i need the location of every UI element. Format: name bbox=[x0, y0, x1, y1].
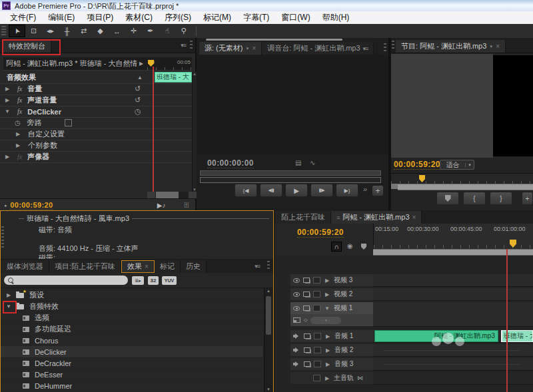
dropdown-icon[interactable]: ▼ bbox=[245, 47, 249, 51]
button-editor-button[interactable]: + bbox=[372, 185, 384, 196]
tool-pen[interactable]: ✒ bbox=[142, 25, 159, 37]
fit-dropdown[interactable]: 适合 ▼ bbox=[440, 160, 474, 170]
menu-marker[interactable]: 标记(M) bbox=[197, 12, 237, 23]
program-scrollbar-thumb[interactable] bbox=[398, 184, 533, 190]
video1-lane[interactable] bbox=[373, 302, 533, 327]
expander-icon[interactable]: ▶ bbox=[324, 347, 331, 353]
track-toggle-box[interactable] bbox=[313, 305, 320, 311]
program-timecode[interactable]: 00:00:59:20 bbox=[394, 160, 440, 169]
menu-edit[interactable]: 编辑(E) bbox=[42, 12, 81, 23]
tab-media-browser[interactable]: 媒体浏览器 bbox=[1, 260, 49, 273]
expander-icon[interactable]: ▶ bbox=[4, 97, 11, 103]
track-header-audio3[interactable]: ▶ 音频 3 bbox=[290, 358, 373, 370]
track-header-video3[interactable]: ▶ 视频 3 bbox=[290, 274, 373, 286]
menu-title[interactable]: 字幕(T) bbox=[237, 12, 275, 23]
tree-item-presets[interactable]: ▶ ★ 预设 bbox=[0, 290, 263, 301]
ec-row-declicker[interactable]: ▼ fx DeClicker ◷ bbox=[0, 106, 192, 118]
menu-file[interactable]: 文件(F) bbox=[4, 12, 42, 23]
menu-sequence[interactable]: 序列(S) bbox=[159, 12, 197, 23]
show-keyframes-icon[interactable]: ⋈ bbox=[357, 375, 363, 381]
bypass-checkbox[interactable] bbox=[65, 119, 72, 126]
panel-grip[interactable] bbox=[267, 261, 270, 270]
menu-clip[interactable]: 素材(C) bbox=[119, 12, 159, 23]
video2-lane[interactable] bbox=[373, 288, 533, 301]
track-toggle-box[interactable] bbox=[314, 333, 321, 339]
ec-row-panner[interactable]: ▶ fx 声像器 bbox=[0, 151, 192, 163]
search-input[interactable] bbox=[13, 276, 128, 285]
tool-hand[interactable]: ☝ bbox=[159, 25, 175, 37]
tool-rate-stretch[interactable]: ⇄ bbox=[75, 25, 92, 37]
ec-hscrollbar[interactable] bbox=[147, 192, 197, 198]
dropdown-icon[interactable]: ▼ bbox=[489, 45, 493, 49]
program-mini-ruler[interactable] bbox=[391, 173, 533, 184]
toggle-track-output-icon[interactable] bbox=[293, 306, 300, 311]
track-toggle-box[interactable] bbox=[314, 347, 321, 353]
tab-effect-controls[interactable]: 特效控制台 bbox=[3, 40, 51, 53]
expander-icon[interactable]: ▶ bbox=[324, 375, 330, 381]
ec-row-individual-params[interactable]: ▶ 个别参数 bbox=[0, 140, 192, 152]
toolbar-grip[interactable] bbox=[1, 26, 6, 36]
tree-item-multitap-delay[interactable]: 多功能延迟 bbox=[0, 323, 263, 335]
hscroll-right[interactable] bbox=[189, 192, 197, 198]
tree-item-deesser[interactable]: DeEsser bbox=[0, 369, 263, 381]
tool-zoom[interactable]: ⚲ bbox=[175, 25, 192, 37]
goto-out-button[interactable]: ▶} bbox=[336, 184, 358, 197]
speaker-icon[interactable] bbox=[293, 361, 300, 367]
mark-out-button[interactable]: } bbox=[490, 192, 512, 205]
expander-icon[interactable]: ▶ bbox=[324, 278, 330, 284]
panel-menu-icon[interactable]: ▾≡ bbox=[181, 42, 186, 49]
export-icon[interactable]: ⍐ bbox=[184, 201, 189, 210]
tab-source[interactable]: 源: (无素材) ▼ × bbox=[199, 42, 262, 55]
scroll-up-icon[interactable]: ▲ bbox=[266, 289, 270, 293]
ec-row-volume[interactable]: ▶ fx 音量 ↺ bbox=[0, 83, 192, 95]
tab-program[interactable]: 节目: 阿鲲 - 渊虹出鞘.mp3 ▼ × bbox=[396, 40, 506, 53]
toggle-track-output-icon[interactable] bbox=[293, 278, 300, 283]
tab-audio-mixer[interactable]: 调音台: 阿鲲 - 渊虹出鞘.mp3 ▾≡ bbox=[262, 42, 374, 55]
tree-item-chorus[interactable]: Chorus bbox=[0, 335, 263, 347]
tab-sequence-project[interactable]: 陌上花千百味 bbox=[276, 211, 331, 224]
waveform-icon[interactable]: ∿ bbox=[310, 159, 315, 166]
expander-icon[interactable]: ▼ bbox=[4, 108, 11, 114]
tool-slide[interactable]: ✛ bbox=[125, 25, 142, 37]
panel-grip[interactable] bbox=[392, 41, 394, 50]
expander-icon[interactable]: ▶ bbox=[4, 86, 11, 92]
panel-grip[interactable] bbox=[384, 43, 386, 53]
add-marker-button[interactable] bbox=[436, 192, 459, 205]
mark-in-button[interactable]: { bbox=[463, 192, 486, 205]
close-icon[interactable]: × bbox=[496, 43, 500, 50]
track-header-master[interactable]: ▶ 主音轨 ⋈ bbox=[290, 372, 373, 384]
ec-row-custom-setup[interactable]: ▶ 自定义设置 bbox=[0, 128, 192, 140]
ec-vscrollbar[interactable]: ▲ ▼ bbox=[192, 72, 197, 192]
chevron-right-icon[interactable]: ▶ bbox=[138, 61, 145, 67]
close-icon[interactable]: × bbox=[252, 45, 256, 52]
expander-icon[interactable]: ▼ bbox=[324, 305, 330, 311]
timeline-timecode[interactable]: 00:00:59:20 bbox=[297, 228, 344, 237]
timeline-ruler[interactable]: 00:15:00 00:00:30:00 00:00:45:00 00:01:0… bbox=[373, 224, 533, 249]
timeline-playhead-line[interactable] bbox=[506, 249, 508, 392]
step-back-button[interactable]: ◀▮ bbox=[260, 184, 282, 197]
tab-history[interactable]: 历史 bbox=[181, 260, 207, 273]
keyframe-nav-pill[interactable]: ‹ ● › bbox=[310, 317, 341, 324]
audio3-lane[interactable] bbox=[373, 358, 533, 371]
tool-selection[interactable]: ➤ bbox=[9, 25, 25, 37]
expander-icon[interactable]: ▶ bbox=[15, 142, 21, 148]
sync-lock-icon[interactable] bbox=[303, 278, 310, 283]
ec-mini-ruler[interactable]: 00 00:05 bbox=[147, 57, 192, 71]
menu-help[interactable]: 帮助(H) bbox=[316, 12, 356, 23]
effects-scrollbar[interactable]: ▲ ▼ bbox=[264, 288, 272, 392]
panel-menu-icon[interactable]: ▾≡ bbox=[363, 45, 368, 52]
tool-ripple-edit[interactable]: ◀▶ bbox=[42, 25, 59, 37]
track-toggle-box[interactable] bbox=[313, 291, 320, 297]
hscroll-left[interactable] bbox=[147, 192, 155, 198]
audio2-lane[interactable] bbox=[373, 344, 533, 357]
panel-grip[interactable] bbox=[1, 226, 4, 249]
hscroll-thumb[interactable] bbox=[156, 192, 179, 198]
sync-lock-icon[interactable] bbox=[303, 305, 310, 311]
work-area-bar[interactable] bbox=[373, 249, 533, 256]
track-toggle-box[interactable] bbox=[313, 277, 320, 284]
sync-lock-icon[interactable] bbox=[303, 292, 310, 297]
menu-window[interactable]: 窗口(W) bbox=[275, 12, 316, 23]
filter-yuv-button[interactable]: YUV bbox=[162, 276, 177, 285]
more-buttons-icon[interactable]: » bbox=[363, 185, 367, 193]
master-lane[interactable] bbox=[373, 372, 533, 385]
